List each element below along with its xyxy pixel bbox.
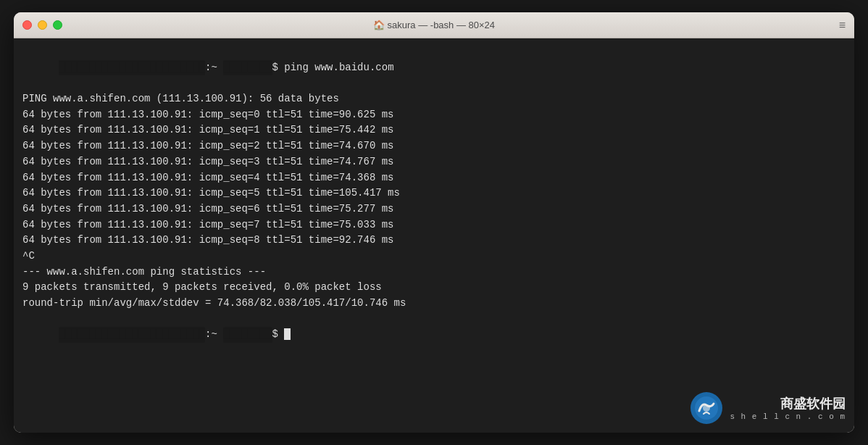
maximize-button[interactable] (53, 20, 62, 30)
ping-line-8: 64 bytes from 111.13.100.91: icmp_seq=8 … (22, 233, 846, 249)
stats-line-2: round-trip min/avg/max/stddev = 74.368/8… (22, 296, 846, 312)
stats-header: --- www.a.shifen.com ping statistics --- (22, 265, 846, 280)
brand-url: s h e l l c n . c o m (730, 412, 846, 421)
ping-header: PING www.a.shifen.com (111.13.100.91): 5… (22, 91, 846, 107)
scrollbar-toggle-icon[interactable]: ≡ (839, 19, 846, 32)
ping-line-1: 64 bytes from 111.13.100.91: icmp_seq=1 … (22, 122, 846, 138)
ping-line-7: 64 bytes from 111.13.100.91: icmp_seq=7 … (22, 217, 846, 233)
ping-line-6: 64 bytes from 111.13.100.91: icmp_seq=6 … (22, 201, 846, 217)
traffic-lights (22, 20, 62, 30)
interrupt-signal: ^C (22, 249, 846, 265)
ping-line-4: 64 bytes from 111.13.100.91: icmp_seq=4 … (22, 170, 846, 186)
redacted-user: ████████ (223, 60, 272, 76)
prompt-line: ████████████████████████:~ ████████$ pin… (22, 44, 846, 91)
close-button[interactable] (22, 20, 32, 30)
stats-line-1: 9 packets transmitted, 9 packets receive… (22, 280, 846, 296)
brand-logo (689, 391, 724, 425)
terminal-cursor (284, 328, 291, 340)
ping-line-0: 64 bytes from 111.13.100.91: icmp_seq=0 … (22, 107, 846, 123)
final-prompt-line: ████████████████████████:~ ████████$ (22, 312, 846, 359)
redacted-hostname: ████████████████████████ (59, 60, 205, 76)
watermark-text-block: 商盛软件园 s h e l l c n . c o m (730, 395, 846, 421)
ping-line-2: 64 bytes from 111.13.100.91: icmp_seq=2 … (22, 138, 846, 154)
window-title: 🏠 sakura — -bash — 80×24 (373, 20, 495, 30)
ping-line-3: 64 bytes from 111.13.100.91: icmp_seq=3 … (22, 154, 846, 170)
brand-name: 商盛软件园 (780, 395, 846, 412)
redacted-final-user: ████████ (223, 327, 272, 343)
terminal-window: 🏠 sakura — -bash — 80×24 ≡ █████████████… (14, 12, 854, 433)
minimize-button[interactable] (38, 20, 47, 30)
redacted-final-hostname: ████████████████████████ (59, 327, 205, 343)
ping-line-5: 64 bytes from 111.13.100.91: icmp_seq=5 … (22, 186, 846, 201)
watermark: 商盛软件园 s h e l l c n . c o m (689, 391, 846, 425)
terminal-body: ████████████████████████:~ ████████$ pin… (14, 38, 854, 433)
titlebar: 🏠 sakura — -bash — 80×24 ≡ (14, 12, 854, 38)
svg-point-2 (703, 404, 710, 412)
